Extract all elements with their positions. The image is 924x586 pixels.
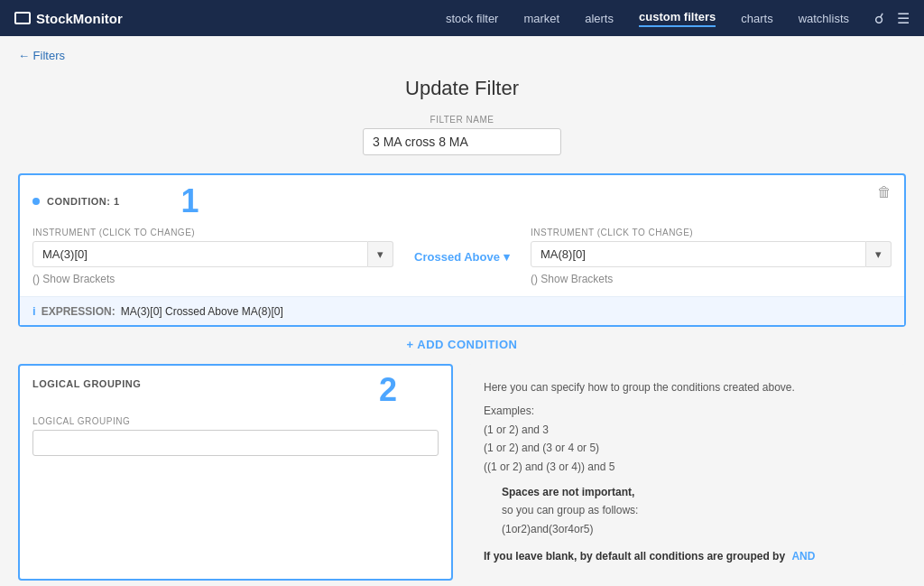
filter-name-label: FILTER NAME <box>430 115 494 125</box>
operator-arrow: ▾ <box>504 250 510 264</box>
nav-stock-filter[interactable]: stock filter <box>446 12 499 25</box>
nav-icons: ☌ ☰ <box>874 10 910 27</box>
menu-icon[interactable]: ☰ <box>897 10 910 27</box>
right-instrument-dropdown[interactable]: ▾ <box>866 241 892 267</box>
operator-label: Crossed Above <box>414 250 500 264</box>
left-instrument-dropdown[interactable]: ▾ <box>368 241 393 267</box>
add-condition-row: + ADD CONDITION <box>18 338 906 351</box>
logical-input-label: LOGICAL GROUPING <box>32 416 439 426</box>
page-title: Update Filter <box>18 77 906 100</box>
nav-market[interactable]: market <box>523 12 559 25</box>
spaces-note: Spaces are not important, <box>502 483 638 501</box>
nav-watchlists[interactable]: watchlists <box>799 12 849 25</box>
back-link[interactable]: ← Filters <box>18 49 906 62</box>
logical-info-block: Here you can specify how to group the co… <box>467 364 906 581</box>
left-instrument-input[interactable] <box>32 241 368 267</box>
condition-header: CONDITION: 1 1 <box>20 175 904 228</box>
logical-grouping-block: LOGICAL GROUPING 2 LOGICAL GROUPING <box>18 364 453 581</box>
left-instrument-label: INSTRUMENT (CLICK TO CHANGE) <box>32 228 393 237</box>
expression-bar: i EXPRESSION: MA(3)[0] Crossed Above MA(… <box>20 296 904 325</box>
right-instrument-group: INSTRUMENT (CLICK TO CHANGE) ▾ () Show B… <box>531 228 892 285</box>
main-nav: stock filter market alerts custom filter… <box>446 10 849 27</box>
right-show-brackets[interactable]: () Show Brackets <box>531 273 892 285</box>
spaces-note-row: Spaces are not important, so you can gro… <box>484 483 890 538</box>
condition-number: 1 <box>181 182 199 220</box>
logical-grouping-input[interactable] <box>32 430 439 456</box>
filter-name-input[interactable] <box>363 128 561 155</box>
if-blank-text: If you leave blank, by default all condi… <box>484 547 890 565</box>
condition-dot <box>32 198 40 205</box>
nav-custom-filters[interactable]: custom filters <box>639 10 716 27</box>
logical-examples: Examples: (1 or 2) and 3 (1 or 2) and (3… <box>484 402 890 476</box>
condition-block-1: CONDITION: 1 1 🗑 INSTRUMENT (CLICK TO CH… <box>18 173 906 327</box>
page-content: ← Filters Update Filter FILTER NAME COND… <box>0 36 924 586</box>
brand-logo: StockMonitor <box>14 11 123 26</box>
right-instrument-input[interactable] <box>531 241 866 267</box>
add-condition-button[interactable]: + ADD CONDITION <box>407 338 518 351</box>
left-instrument-group: INSTRUMENT (CLICK TO CHANGE) ▾ () Show B… <box>32 228 393 285</box>
right-instrument-label: INSTRUMENT (CLICK TO CHANGE) <box>531 228 892 237</box>
example-line-1: (1 or 2) and 3 <box>484 421 890 439</box>
logical-grouping-title: LOGICAL GROUPING <box>32 378 439 389</box>
examples-title: Examples: <box>484 402 890 420</box>
expression-label: EXPRESSION: <box>42 305 116 318</box>
left-brackets-label: () Show Brackets <box>32 273 115 285</box>
example-line-3: ((1 or 2) and (3 or 4)) and 5 <box>484 458 890 476</box>
and-label: AND <box>791 550 815 563</box>
right-instrument-row: ▾ <box>531 241 892 267</box>
left-show-brackets[interactable]: () Show Brackets <box>32 273 393 285</box>
spaces-note2: so you can group as follows: <box>502 501 638 519</box>
example-line-2: (1 or 2) and (3 or 4 or 5) <box>484 439 890 457</box>
filter-name-section: FILTER NAME <box>18 115 906 155</box>
logical-info-description: Here you can specify how to group the co… <box>484 378 890 396</box>
expression-info-icon: i <box>32 304 36 318</box>
operator-group: Crossed Above ▾ <box>408 250 516 264</box>
lower-section: LOGICAL GROUPING 2 LOGICAL GROUPING Here… <box>18 364 906 581</box>
search-icon[interactable]: ☌ <box>874 10 884 27</box>
spaces-example: (1or2)and(3or4or5) <box>502 520 638 538</box>
left-instrument-row: ▾ <box>32 241 393 267</box>
operator-select[interactable]: Crossed Above ▾ <box>414 250 510 264</box>
right-brackets-label: () Show Brackets <box>531 273 613 285</box>
logical-grouping-number: 2 <box>379 371 397 409</box>
navbar: StockMonitor stock filter market alerts … <box>0 0 924 36</box>
if-blank-label: If you leave blank, by default all condi… <box>484 550 785 563</box>
delete-condition-icon[interactable]: 🗑 <box>877 184 892 200</box>
condition-body: INSTRUMENT (CLICK TO CHANGE) ▾ () Show B… <box>20 228 904 296</box>
condition-label: CONDITION: 1 <box>47 196 120 207</box>
spaces-note-right: Spaces are not important, so you can gro… <box>502 483 638 538</box>
nav-charts[interactable]: charts <box>741 12 772 25</box>
monitor-icon <box>14 12 31 24</box>
nav-alerts[interactable]: alerts <box>585 12 614 25</box>
expression-value: MA(3)[0] Crossed Above MA(8)[0] <box>121 305 283 318</box>
brand-name: StockMonitor <box>36 11 123 26</box>
